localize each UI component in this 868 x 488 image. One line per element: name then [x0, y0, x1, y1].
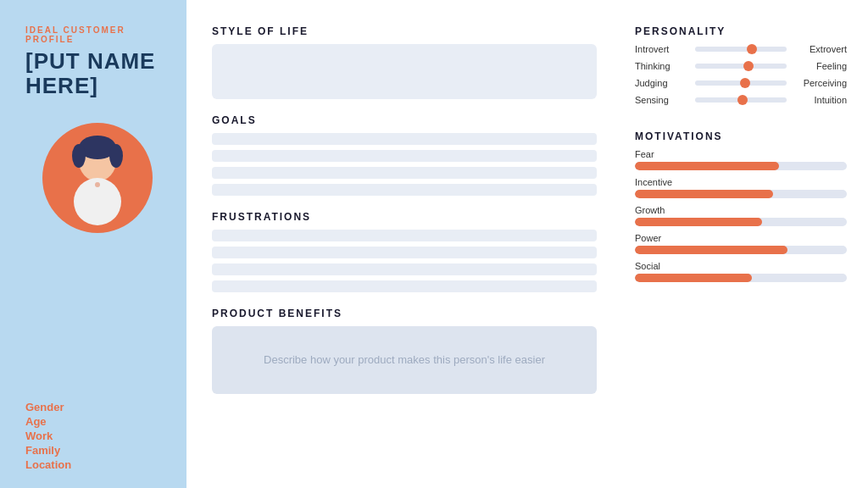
p-dot-judging — [740, 78, 750, 88]
middle-panel: STYLE OF LIFE GOALS FRUSTRATIONS PRODUCT… — [186, 0, 618, 488]
motivation-power-label: Power — [635, 233, 847, 243]
motivation-social-fill — [635, 274, 752, 282]
p-label-extrovert: Extrovert — [792, 44, 847, 54]
p-slider-sensing — [695, 97, 787, 103]
motivation-incentive-label: Incentive — [635, 177, 847, 187]
motivation-fear-bar — [635, 162, 847, 170]
frustrations-line-1 — [212, 230, 597, 241]
svg-point-3 — [109, 144, 123, 168]
svg-point-6 — [95, 182, 100, 187]
p-slider-thinking — [695, 64, 787, 69]
frustrations-section: FRUSTRATIONS — [212, 211, 597, 292]
p-dot-sensing — [737, 95, 748, 105]
product-benefits-title: PRODUCT BENEFITS — [212, 308, 597, 319]
p-label-intuition: Intuition — [792, 95, 847, 105]
personality-row-thinking: Thinking Feeling — [635, 61, 847, 71]
motivation-growth: Growth — [635, 205, 847, 226]
goals-title: GOALS — [212, 114, 597, 126]
motivations-section: MOTIVATIONS Fear Incentive Growth Power — [635, 130, 847, 289]
motivation-fear-label: Fear — [635, 149, 847, 159]
svg-point-2 — [72, 144, 86, 168]
p-dot-introvert — [747, 44, 757, 54]
style-of-life-box — [212, 44, 597, 99]
motivation-power-fill — [635, 246, 787, 254]
demo-age: Age — [25, 415, 170, 428]
motivation-power-bar — [635, 246, 847, 254]
personality-row-sensing: Sensing Intuition — [635, 95, 847, 105]
style-of-life-section: STYLE OF LIFE — [212, 25, 597, 99]
avatar-container — [25, 123, 170, 233]
motivation-fear: Fear — [635, 149, 847, 170]
goals-line-4 — [212, 184, 597, 196]
left-panel: IDEAL CUSTOMER PROFILE [PUT NAME HERE] G… — [0, 0, 186, 488]
right-panel: PERSONALITY Introvert Extrovert Thinking… — [618, 0, 868, 488]
goals-section: GOALS — [212, 114, 597, 196]
motivation-social: Social — [635, 261, 847, 282]
demo-location: Location — [25, 458, 170, 471]
goals-line-3 — [212, 167, 597, 179]
ideal-customer-label: IDEAL CUSTOMER PROFILE — [25, 25, 170, 44]
motivation-growth-fill — [635, 218, 762, 226]
motivations-title: MOTIVATIONS — [635, 130, 847, 142]
motivation-incentive-bar — [635, 190, 847, 198]
motivation-growth-bar — [635, 218, 847, 226]
goals-line-2 — [212, 150, 597, 162]
demographics-list: Gender Age Work Family Location — [25, 401, 170, 471]
frustrations-title: FRUSTRATIONS — [212, 211, 597, 223]
avatar — [55, 136, 140, 233]
style-of-life-title: STYLE OF LIFE — [212, 25, 597, 37]
p-label-thinking: Thinking — [635, 61, 690, 71]
frustrations-line-2 — [212, 247, 597, 258]
goals-line-1 — [212, 133, 597, 145]
product-benefits-placeholder: Describe how your product makes this per… — [264, 352, 545, 368]
customer-name: [PUT NAME HERE] — [25, 49, 170, 97]
product-benefits-box: Describe how your product makes this per… — [212, 326, 597, 394]
motivation-social-bar — [635, 274, 847, 282]
frustrations-line-4 — [212, 280, 597, 292]
avatar-circle — [42, 123, 153, 233]
motivation-incentive-fill — [635, 190, 773, 198]
frustrations-line-3 — [212, 263, 597, 275]
p-label-introvert: Introvert — [635, 44, 690, 54]
demo-family: Family — [25, 444, 170, 457]
personality-row-introvert: Introvert Extrovert — [635, 44, 847, 54]
p-label-sensing: Sensing — [635, 95, 690, 105]
motivation-social-label: Social — [635, 261, 847, 271]
p-label-perceiving: Perceiving — [792, 78, 847, 88]
p-slider-judging — [695, 80, 787, 86]
p-label-feeling: Feeling — [792, 61, 847, 71]
demo-gender: Gender — [25, 401, 170, 413]
demo-work: Work — [25, 430, 170, 442]
personality-row-judging: Judging Perceiving — [635, 78, 847, 88]
motivation-growth-label: Growth — [635, 205, 847, 215]
p-slider-introvert — [695, 47, 787, 52]
motivation-power: Power — [635, 233, 847, 254]
motivation-incentive: Incentive — [635, 177, 847, 198]
product-benefits-section: PRODUCT BENEFITS Describe how your produ… — [212, 308, 597, 394]
motivation-fear-fill — [635, 162, 779, 170]
p-dot-thinking — [743, 61, 754, 71]
personality-section: PERSONALITY Introvert Extrovert Thinking… — [635, 25, 847, 112]
p-label-judging: Judging — [635, 78, 690, 88]
personality-title: PERSONALITY — [635, 25, 847, 37]
